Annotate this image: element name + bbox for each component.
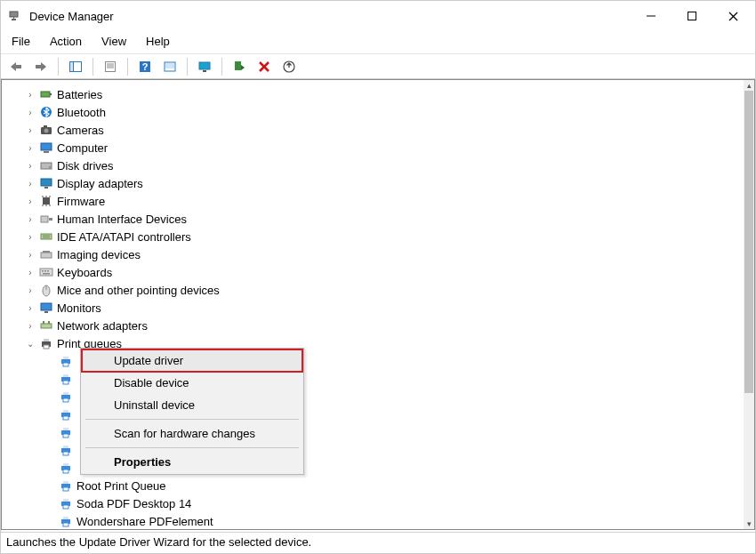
ide-icon <box>39 229 53 244</box>
tree-item[interactable]: ›Disk drives <box>4 157 744 174</box>
printer-icon <box>59 407 73 422</box>
svg-rect-62 <box>43 321 44 324</box>
svg-rect-38 <box>43 197 50 205</box>
svg-rect-83 <box>63 446 68 448</box>
network-icon <box>39 318 53 333</box>
svg-rect-60 <box>44 311 48 313</box>
context-update-driver[interactable]: Update driver <box>81 349 303 373</box>
tree-item[interactable]: ›Network adapters <box>4 317 744 334</box>
expand-icon[interactable]: › <box>25 90 36 100</box>
svg-rect-53 <box>42 270 44 272</box>
context-uninstall-device[interactable]: Uninstall device <box>82 394 302 416</box>
mouse-icon <box>39 283 53 297</box>
properties-button[interactable] <box>101 57 120 76</box>
svg-rect-26 <box>41 92 50 97</box>
close-button[interactable] <box>712 3 753 29</box>
expand-icon[interactable]: › <box>25 125 36 135</box>
collapse-icon[interactable]: ⌄ <box>25 339 36 349</box>
tree-item-label: Computer <box>57 141 108 155</box>
svg-rect-37 <box>44 187 48 189</box>
device-install-button[interactable] <box>229 57 249 76</box>
svg-rect-65 <box>44 339 49 341</box>
firmware-icon <box>39 194 53 208</box>
tree-item[interactable]: ›Cameras <box>4 121 744 139</box>
window-title: Device Manager <box>29 10 114 23</box>
tree-item[interactable]: ›Batteries <box>4 85 744 103</box>
expand-icon[interactable]: › <box>25 108 36 117</box>
svg-point-30 <box>44 129 49 133</box>
tree-item[interactable]: ›Keyboards <box>4 263 744 281</box>
battery-icon <box>39 87 53 101</box>
tree-child-item[interactable]: Root Print Queue <box>4 477 744 494</box>
printer-icon <box>59 372 73 386</box>
menu-action[interactable]: Action <box>48 33 84 50</box>
svg-rect-72 <box>63 381 68 384</box>
back-button[interactable] <box>6 57 26 76</box>
svg-rect-51 <box>43 251 50 253</box>
forward-button[interactable] <box>31 57 51 76</box>
add-legacy-button[interactable] <box>160 57 180 76</box>
help-button[interactable]: ? <box>135 57 155 76</box>
svg-rect-89 <box>63 481 68 484</box>
menu-file[interactable]: File <box>10 33 32 50</box>
expand-icon[interactable]: › <box>25 232 36 242</box>
expand-icon[interactable]: › <box>25 197 36 206</box>
context-properties[interactable]: Properties <box>82 451 302 473</box>
svg-rect-8 <box>36 65 42 68</box>
svg-rect-56 <box>43 273 50 275</box>
tree-item[interactable]: ›Display adapters <box>4 174 744 192</box>
expand-icon[interactable]: › <box>25 143 36 153</box>
tree-item-label: Cameras <box>57 124 104 137</box>
tree-item[interactable]: ›Firmware <box>4 192 744 210</box>
statusbar: Launches the Update Driver Wizard for th… <box>1 532 755 553</box>
svg-rect-4 <box>688 12 696 20</box>
menu-view[interactable]: View <box>100 33 128 50</box>
monitor-icon <box>39 301 53 315</box>
update-driver-button[interactable] <box>279 57 299 76</box>
tree-item[interactable]: ›Mice and other pointing devices <box>4 281 744 299</box>
maximize-button[interactable] <box>672 3 712 29</box>
expand-icon[interactable]: › <box>25 179 36 189</box>
scroll-down-arrow[interactable]: ▾ <box>744 518 754 529</box>
printer-icon <box>59 461 73 475</box>
scan-hardware-button[interactable] <box>195 57 214 76</box>
tree-item[interactable]: ›Imaging devices <box>4 245 744 263</box>
context-scan-hardware[interactable]: Scan for hardware changes <box>82 422 302 445</box>
menu-help[interactable]: Help <box>144 33 172 50</box>
computer-icon <box>39 141 53 155</box>
expand-icon[interactable]: › <box>25 250 36 260</box>
tree-item[interactable]: ›Computer <box>4 139 744 157</box>
minimize-button[interactable] <box>631 3 672 29</box>
expand-icon[interactable]: › <box>25 321 36 331</box>
svg-rect-32 <box>41 143 52 150</box>
printer-icon <box>59 443 73 457</box>
svg-rect-95 <box>63 517 68 519</box>
scroll-up-arrow[interactable]: ▴ <box>744 80 754 91</box>
tree-scroll[interactable]: ›Batteries›Bluetooth›Cameras›Computer›Di… <box>4 82 744 527</box>
expand-icon[interactable]: › <box>25 161 36 171</box>
expand-icon[interactable]: › <box>25 214 36 224</box>
tree-item-label: Keyboards <box>57 266 112 279</box>
tree-item-label: IDE ATA/ATAPI controllers <box>57 230 191 244</box>
tree-item[interactable]: ›Monitors <box>4 299 744 317</box>
uninstall-device-button[interactable] <box>254 57 274 76</box>
tree-item-label: Disk drives <box>57 159 114 173</box>
expand-icon[interactable]: › <box>25 268 36 277</box>
tree-item[interactable]: ›Human Interface Devices <box>4 210 744 228</box>
scroll-thumb[interactable] <box>744 91 753 393</box>
vertical-scrollbar[interactable]: ▴ ▾ <box>744 80 754 529</box>
tree-child-item[interactable]: Wondershare PDFelement <box>4 512 744 527</box>
context-disable-device[interactable]: Disable device <box>82 372 302 394</box>
svg-rect-31 <box>44 125 47 127</box>
tree-item[interactable]: ›Bluetooth <box>4 103 744 121</box>
tree-child-item[interactable]: Soda PDF Desktop 14 <box>4 494 744 512</box>
svg-rect-69 <box>63 363 68 366</box>
svg-rect-92 <box>63 499 68 502</box>
expand-icon[interactable]: › <box>25 303 36 313</box>
bluetooth-icon <box>39 105 53 119</box>
tree-item[interactable]: ›IDE ATA/ATAPI controllers <box>4 228 744 245</box>
svg-rect-74 <box>63 392 68 395</box>
titlebar: Device Manager <box>1 1 755 31</box>
expand-icon[interactable]: › <box>25 285 36 295</box>
show-hide-tree-button[interactable] <box>66 57 85 76</box>
